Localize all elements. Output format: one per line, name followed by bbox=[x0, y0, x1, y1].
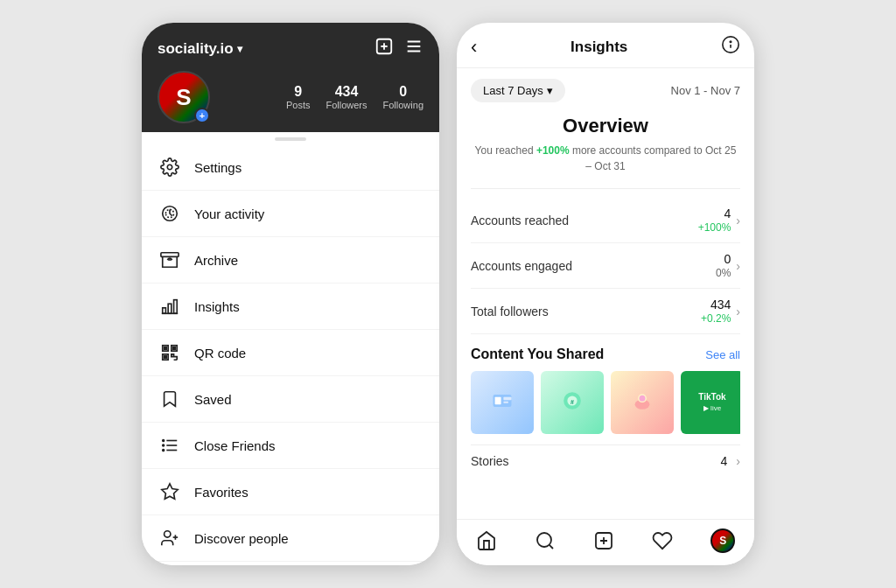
svg-rect-11 bbox=[168, 304, 172, 313]
followers-stat: 434 Followers bbox=[326, 84, 367, 110]
svg-point-28 bbox=[164, 531, 171, 537]
stories-row[interactable]: Stories 4 › bbox=[471, 444, 740, 477]
svg-point-48 bbox=[537, 533, 551, 547]
brand-name: sociality.io ▾ bbox=[158, 40, 242, 58]
svg-rect-41 bbox=[503, 402, 508, 403]
insights-body: Last 7 Days ▾ Nov 1 - Nov 7 Overview You… bbox=[457, 68, 754, 519]
menu-list: Settings Your activity Archive Insights bbox=[142, 144, 439, 565]
content-section-header: Content You Shared See all bbox=[471, 346, 740, 362]
metric-row-reached[interactable]: Accounts reached 4 +100% › bbox=[471, 198, 740, 243]
date-range: Nov 1 - Nov 7 bbox=[671, 84, 740, 97]
metric-label-engaged: Accounts engaged bbox=[471, 259, 572, 273]
activity-label: Your activity bbox=[194, 206, 264, 221]
chevron-right-icon: › bbox=[736, 304, 740, 318]
bar-chart-icon bbox=[159, 296, 180, 317]
metric-value-followers: 434 +0.2% › bbox=[701, 298, 740, 325]
drag-handle bbox=[142, 132, 439, 144]
svg-point-37 bbox=[730, 41, 731, 42]
person-plus-icon bbox=[159, 528, 180, 549]
gear-icon bbox=[159, 157, 180, 178]
metric-row-followers[interactable]: Total followers 434 +0.2% › bbox=[471, 289, 740, 334]
svg-rect-8 bbox=[161, 253, 178, 257]
favorites-label: Favorites bbox=[194, 485, 248, 500]
menu-item-qr[interactable]: QR code bbox=[142, 330, 439, 376]
nav-add-button[interactable] bbox=[593, 530, 614, 551]
see-all-button[interactable]: See all bbox=[705, 348, 740, 361]
nav-search-button[interactable] bbox=[535, 530, 556, 551]
chevron-down-icon: ▾ bbox=[547, 84, 553, 97]
qr-label: QR code bbox=[194, 346, 246, 360]
stories-label: Stories bbox=[471, 454, 509, 468]
svg-rect-17 bbox=[173, 347, 176, 350]
metric-row-engaged[interactable]: Accounts engaged 0 0% › bbox=[471, 243, 740, 289]
chevron-down-icon: ▾ bbox=[237, 43, 242, 55]
right-phone: ‹ Insights Last 7 Days ▾ Nov 1 - Nov 7 O… bbox=[457, 23, 754, 565]
back-button[interactable]: ‹ bbox=[471, 36, 477, 59]
divider bbox=[471, 188, 740, 189]
archive-label: Archive bbox=[194, 253, 238, 268]
settings-label: Settings bbox=[194, 160, 242, 175]
svg-point-25 bbox=[163, 444, 164, 446]
overview-description: You reached +100% more accounts compared… bbox=[471, 143, 740, 174]
chevron-right-icon: › bbox=[736, 454, 740, 468]
archive-icon bbox=[159, 249, 180, 270]
content-section-title: Content You Shared bbox=[471, 346, 604, 362]
svg-text:#: # bbox=[570, 399, 574, 405]
profile-header: sociality.io ▾ S + bbox=[142, 23, 439, 132]
menu-item-insights[interactable]: Insights bbox=[142, 284, 439, 330]
svg-rect-12 bbox=[174, 300, 178, 314]
svg-point-26 bbox=[163, 450, 164, 452]
menu-item-discover[interactable]: Discover people bbox=[142, 515, 439, 562]
close-friends-label: Close Friends bbox=[194, 438, 276, 453]
menu-button[interactable] bbox=[404, 37, 424, 60]
chevron-right-icon: › bbox=[736, 259, 740, 273]
posts-stat: 9 Posts bbox=[286, 84, 311, 110]
thumbnail-1[interactable] bbox=[471, 371, 534, 434]
avatar-plus-icon[interactable]: + bbox=[194, 108, 210, 123]
nav-heart-button[interactable] bbox=[652, 530, 673, 551]
svg-rect-15 bbox=[164, 347, 167, 350]
date-filter-button[interactable]: Last 7 Days ▾ bbox=[471, 79, 565, 102]
thumbnail-2[interactable]: # bbox=[541, 371, 604, 434]
chevron-right-icon: › bbox=[736, 214, 740, 228]
menu-item-covid[interactable]: COVID-19 Information Center bbox=[142, 562, 439, 565]
add-button[interactable] bbox=[374, 37, 394, 60]
svg-point-24 bbox=[163, 440, 164, 442]
insights-title: Insights bbox=[570, 38, 627, 56]
svg-rect-40 bbox=[503, 397, 511, 401]
stories-value: 4 › bbox=[721, 454, 740, 468]
insights-label: Insights bbox=[194, 299, 240, 314]
list-icon bbox=[159, 435, 180, 456]
avatar: S + bbox=[158, 71, 210, 123]
left-phone: sociality.io ▾ S + bbox=[142, 23, 439, 565]
qr-icon bbox=[159, 342, 180, 363]
following-stat: 0 Following bbox=[383, 84, 424, 110]
thumbnail-3[interactable] bbox=[611, 371, 674, 434]
menu-item-close-friends[interactable]: Close Friends bbox=[142, 423, 439, 469]
menu-item-favorites[interactable]: Favorites bbox=[142, 469, 439, 515]
thumbnail-4[interactable]: TikTok▶ live bbox=[681, 371, 740, 434]
star-icon bbox=[159, 481, 180, 502]
metric-value-reached: 4 +100% › bbox=[698, 206, 740, 234]
menu-item-archive[interactable]: Archive bbox=[142, 237, 439, 284]
nav-profile-button[interactable]: S bbox=[710, 528, 735, 553]
overview-title: Overview bbox=[471, 115, 740, 137]
profile-stats: 9 Posts 434 Followers 0 Following bbox=[224, 84, 424, 110]
menu-item-settings[interactable]: Settings bbox=[142, 144, 439, 191]
menu-item-activity[interactable]: Your activity bbox=[142, 191, 439, 237]
svg-rect-10 bbox=[163, 308, 166, 313]
menu-item-saved[interactable]: Saved bbox=[142, 376, 439, 423]
svg-point-6 bbox=[167, 164, 172, 170]
svg-rect-39 bbox=[495, 397, 501, 404]
svg-marker-27 bbox=[162, 484, 178, 499]
discover-label: Discover people bbox=[194, 531, 289, 546]
metric-label-followers: Total followers bbox=[471, 304, 549, 318]
activity-icon bbox=[159, 203, 180, 224]
content-thumbnails: # TikTok▶ live bbox=[471, 371, 740, 434]
overview-section: Overview You reached +100% more accounts… bbox=[471, 115, 740, 174]
date-filter-row: Last 7 Days ▾ Nov 1 - Nov 7 bbox=[471, 79, 740, 102]
insights-header: ‹ Insights bbox=[457, 23, 754, 68]
info-button[interactable] bbox=[721, 35, 740, 59]
svg-line-49 bbox=[549, 545, 552, 549]
nav-home-button[interactable] bbox=[476, 530, 497, 551]
